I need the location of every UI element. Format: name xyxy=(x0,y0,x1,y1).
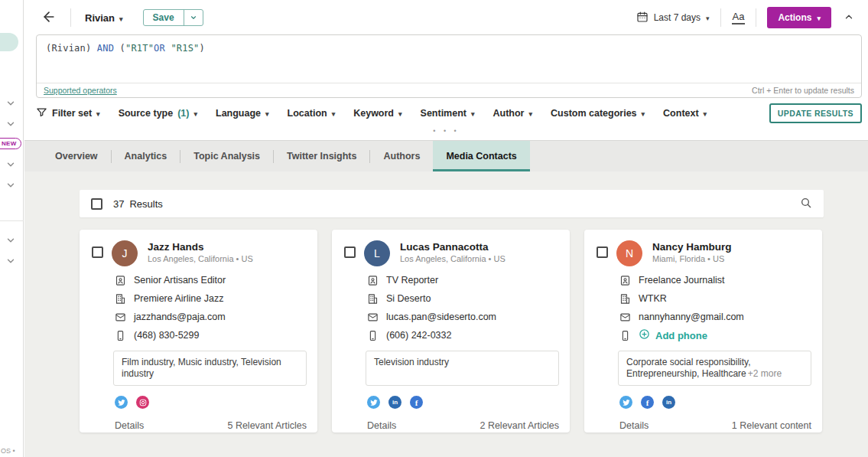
search-title-dropdown[interactable]: Rivian xyxy=(85,12,123,24)
relevant-articles-link[interactable]: 1 Relevant content xyxy=(732,420,811,431)
contact-email[interactable]: nannyhanny@gmail.com xyxy=(639,312,744,322)
social-links xyxy=(115,396,307,409)
contact-role: Senior Artisans Editor xyxy=(134,275,226,286)
filter-custom-categories-dropdown[interactable]: Custom categories xyxy=(551,108,645,119)
chevron-down-icon xyxy=(817,12,821,23)
top-bar: Rivian Save Last 7 days Aa Actions xyxy=(24,0,868,35)
query-input[interactable]: (Rivian) AND ("R1T"OR "R1S") xyxy=(37,35,861,83)
query-operator: OR xyxy=(154,43,165,54)
tab-media-contacts[interactable]: Media Contacts xyxy=(433,141,529,171)
facebook-icon[interactable]: f xyxy=(641,396,654,409)
filter-context-dropdown[interactable]: Context xyxy=(663,108,707,119)
contact-name[interactable]: Nancy Hamburg xyxy=(652,241,732,253)
topics-more-link[interactable]: +2 more xyxy=(748,368,782,379)
drag-handle-dots[interactable] xyxy=(433,127,459,135)
filter-sentiment-dropdown[interactable]: Sentiment xyxy=(421,108,475,119)
chevron-down-icon xyxy=(190,12,197,24)
collapse-header-button[interactable] xyxy=(840,8,857,28)
instagram-icon[interactable] xyxy=(136,396,149,409)
filter-set-dropdown[interactable]: Filter set xyxy=(36,106,100,120)
tab-analytics[interactable]: Analytics xyxy=(112,141,180,171)
relevant-articles-link[interactable]: 2 Relevant Articles xyxy=(480,420,559,431)
mobile-phone-icon xyxy=(619,330,631,341)
details-link[interactable]: Details xyxy=(367,420,396,431)
contact-location: Los Angeles, California • US xyxy=(148,254,253,263)
chevron-down-icon[interactable] xyxy=(5,98,16,109)
filter-source-type-dropdown[interactable]: Source type(1) xyxy=(119,108,197,119)
results-header: 37 Results xyxy=(80,190,824,217)
text-style-button[interactable]: Aa xyxy=(732,11,746,24)
contact-checkbox[interactable] xyxy=(344,246,356,258)
building-icon xyxy=(619,293,631,305)
save-button[interactable]: Save xyxy=(144,10,184,25)
relevant-articles-link[interactable]: 5 Relevant Articles xyxy=(227,420,307,431)
filter-language-dropdown[interactable]: Language xyxy=(216,108,269,119)
contact-role: TV Reporter xyxy=(386,275,438,286)
results-area: 37 Results J Jazz Hands Los Angeles, Cal… xyxy=(24,171,868,457)
contact-cards-row: J Jazz Hands Los Angeles, California • U… xyxy=(80,230,822,433)
filter-author-dropdown[interactable]: Author xyxy=(493,108,533,119)
save-options-button[interactable] xyxy=(184,10,203,25)
contact-name[interactable]: Lucas Pannacotta xyxy=(400,241,506,253)
linkedin-icon[interactable]: in xyxy=(662,396,675,409)
sidebar-divider xyxy=(0,220,24,221)
filter-location-dropdown[interactable]: Location xyxy=(288,108,336,119)
actions-button[interactable]: Actions xyxy=(767,7,831,28)
chevron-down-icon[interactable] xyxy=(5,119,16,129)
back-button[interactable] xyxy=(38,6,60,30)
details-link[interactable]: Details xyxy=(115,420,144,431)
contact-card: N Nancy Hamburg Miami, Florida • US Free… xyxy=(584,230,822,433)
sidebar-bottom-text: OS • xyxy=(1,447,15,455)
select-all-checkbox[interactable] xyxy=(91,198,102,210)
contact-checkbox[interactable] xyxy=(597,246,608,258)
main-panel: Rivian Save Last 7 days Aa Actions xyxy=(24,0,868,457)
contact-email[interactable]: jazzhands@paja.com xyxy=(134,312,226,322)
sidebar-active-pill[interactable] xyxy=(0,33,18,51)
topics-box: Television industry xyxy=(366,351,559,386)
update-results-button[interactable]: UPDATE RESULTS xyxy=(769,103,862,123)
arrow-left-icon xyxy=(41,9,57,27)
tab-topic-analysis[interactable]: Topic Analysis xyxy=(180,141,273,171)
contact-checkbox[interactable] xyxy=(92,246,103,258)
contact-phone: (606) 242-0332 xyxy=(386,330,451,341)
query-text: ( xyxy=(114,43,125,54)
envelope-icon xyxy=(115,312,126,323)
facebook-icon[interactable]: f xyxy=(410,396,423,409)
results-count: 37 xyxy=(113,198,124,210)
filter-keyword-dropdown[interactable]: Keyword xyxy=(353,108,401,119)
topics-text: Television industry xyxy=(374,357,449,367)
topbar-divider xyxy=(756,8,756,27)
chevron-down-icon[interactable] xyxy=(5,256,16,266)
tab-authors[interactable]: Authors xyxy=(370,141,433,171)
chevron-down-icon xyxy=(471,108,475,119)
twitter-icon[interactable] xyxy=(619,396,632,409)
add-phone-button[interactable]: Add phone xyxy=(639,328,707,342)
twitter-icon[interactable] xyxy=(367,396,380,409)
chevron-down-icon[interactable] xyxy=(5,235,16,246)
chevron-down-icon xyxy=(332,108,336,119)
envelope-icon xyxy=(619,312,631,323)
building-icon xyxy=(115,293,126,305)
chevron-up-icon xyxy=(844,11,854,24)
contact-email[interactable]: lucas.pan@sideserto.com xyxy=(386,312,496,322)
chevron-down-icon xyxy=(96,108,100,119)
twitter-icon[interactable] xyxy=(115,396,128,409)
tab-overview[interactable]: Overview xyxy=(42,141,111,171)
linkedin-icon[interactable]: in xyxy=(388,396,401,409)
search-results-button[interactable] xyxy=(800,197,812,211)
supported-operators-link[interactable]: Supported operators xyxy=(44,86,117,95)
chevron-down-icon[interactable] xyxy=(5,159,16,170)
envelope-icon xyxy=(367,312,379,323)
magnifier-icon xyxy=(800,197,812,211)
contact-phone: (468) 830-5299 xyxy=(134,330,199,341)
topbar-divider xyxy=(720,8,721,27)
tab-twitter-insights[interactable]: Twitter Insights xyxy=(274,141,369,171)
chevron-down-icon xyxy=(398,108,402,119)
query-editor: (Rivian) AND ("R1T"OR "R1S") Supported o… xyxy=(36,34,862,98)
contact-name[interactable]: Jazz Hands xyxy=(148,241,253,253)
details-link[interactable]: Details xyxy=(619,420,649,431)
app-window: NEW OS • Rivian Save Last 7 days xyxy=(0,0,868,457)
date-range-dropdown[interactable]: Last 7 days xyxy=(636,11,710,25)
id-badge-icon xyxy=(367,275,379,286)
chevron-down-icon[interactable] xyxy=(5,180,16,191)
